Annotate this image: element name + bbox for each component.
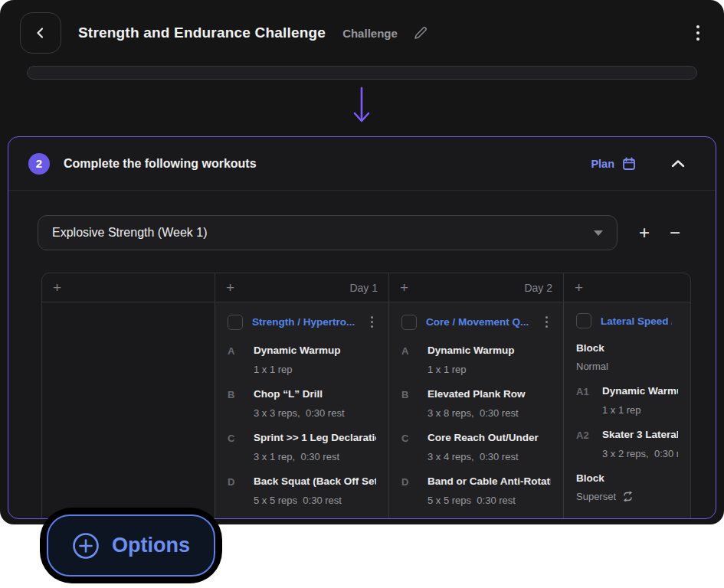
exercise-letter: A1 [576,385,602,397]
workout-title-link[interactable]: Core / Movement Q... [426,316,536,328]
collapse-section-button[interactable] [671,159,685,168]
header-menu-button[interactable] [692,21,704,45]
exercise-row[interactable]: A2 Skater 3 Lateral Ho 3 x 2 reps, 0:30 … [576,429,678,459]
workout-title-link[interactable]: Lateral Speed / Ply [601,315,672,327]
exercise-row[interactable]: B Elevated Plank Row 3 x 8 reps, 0:30 re… [401,388,551,419]
block-label: Block [576,342,678,354]
workout-cell-day3: Lateral Speed / Ply Block Normal A1 Dyna… [563,302,690,519]
week-cell-empty [42,302,215,519]
board-header-row: + + Day 1 + Day 2 + [42,273,690,302]
day-label: Day 2 [524,282,552,294]
exercise-detail: 3 x 8 reps, 0:30 rest [428,407,551,419]
exercise-name: Dynamic Warmup [428,345,551,357]
screenshot-stage: Strength and Endurance Challenge Challen… [0,0,724,588]
exercise-row[interactable]: D Band or Cable Anti-Rotati... 5 x 5 rep… [401,475,551,506]
back-button[interactable] [20,12,61,54]
exercise-letter: A [401,345,428,357]
exercise-letter: A [228,345,254,357]
superset-cycle-icon [622,492,634,501]
pencil-icon [413,25,428,41]
page-title: Strength and Endurance Challenge [78,24,326,41]
board-body-row: Strength / Hypertro... A Dynamic Warmup … [42,302,690,519]
plus-circle-icon [72,532,100,560]
exercise-name: Skater 3 Lateral Ho [602,429,678,441]
workout-menu-button[interactable] [542,313,551,331]
exercise-detail: 1 x 1 rep [254,364,376,375]
exercise-detail: 3 x 3 reps, 0:30 rest [254,407,376,419]
workout-checkbox[interactable] [401,315,417,330]
exercise-name: Sprint >> 1 Leg Declarations [254,432,376,444]
options-button-halo: Options [40,508,222,583]
exercise-name: Dynamic Warmup [602,385,678,397]
exercise-name: Back Squat (Back Off Set) [254,475,376,488]
exercise-letter: C [228,432,254,444]
plan-button[interactable]: Plan [591,157,636,171]
workout-cell-day2: Core / Movement Q... A Dynamic Warmup 1 … [388,302,563,519]
previous-step-card-clipped [27,66,697,80]
exercise-detail: 1 x 1 rep [428,364,551,375]
step-card: 2 Complete the following workouts Plan [8,136,716,519]
block-header: Block Superset [576,472,678,502]
exercise-name: Core Reach Out/Under [428,432,551,444]
add-cell-button[interactable]: + [226,280,234,295]
program-select-value: Explosive Strength (Week 1) [52,226,207,240]
exercise-row[interactable]: B Chop “L” Drill 3 x 3 reps, 0:30 rest [228,388,376,419]
exercise-detail: 1 x 1 rep [602,404,678,416]
options-button[interactable]: Options [47,514,215,577]
exercise-letter: D [401,475,428,488]
remove-program-button[interactable]: − [670,224,680,242]
workout-checkbox[interactable] [576,313,591,328]
exercise-row[interactable]: D Back Squat (Back Off Set) 5 x 5 reps 0… [228,475,376,506]
add-cell-button[interactable]: + [575,280,583,295]
block-mode: Normal [576,361,678,372]
exercise-letter: A2 [576,429,602,441]
board-header-cell-day3: + [563,273,690,302]
exercise-detail: 3 x 1 rep, 0:30 rest [254,451,376,462]
board-header-cell-day2: + Day 2 [388,273,563,302]
edit-title-button[interactable] [413,25,428,41]
options-label: Options [112,534,190,557]
workout-checkbox[interactable] [228,315,243,330]
exercise-detail: 3 x 2 reps, 0:30 re [602,448,678,459]
exercise-detail: 5 x 5 reps 0:30 rest [254,495,376,506]
board-header-cell-day1: + Day 1 [215,273,388,302]
exercise-name: Elevated Plank Row [428,388,551,400]
block-label: Block [576,472,678,484]
add-program-button[interactable]: + [639,224,650,242]
exercise-detail: 5 x 5 reps 0:30 rest [428,495,551,506]
exercise-row[interactable]: A1 Dynamic Warmup 1 x 1 rep [576,385,678,416]
program-selector-row: Explosive Strength (Week 1) + − [38,215,693,250]
block-header: Block Normal [576,342,678,372]
workout-board: + + Day 1 + Day 2 + [41,273,691,519]
exercise-name: Dynamic Warmup [254,345,376,357]
add-cell-button[interactable]: + [400,280,408,295]
add-cell-button[interactable]: + [53,280,61,295]
workout-cell-day1: Strength / Hypertro... A Dynamic Warmup … [215,302,388,519]
chevron-up-icon [671,159,685,168]
workout-menu-button[interactable] [368,313,376,331]
block-mode: Superset [576,491,678,502]
workout-header: Strength / Hypertro... [228,313,376,331]
plan-label: Plan [591,158,614,170]
exercise-row[interactable]: C Sprint >> 1 Leg Declarations 3 x 1 rep… [228,432,376,462]
exercise-letter: B [228,388,254,400]
workout-header: Core / Movement Q... [401,313,551,331]
app-header: Strength and Endurance Challenge Challen… [0,0,724,66]
exercise-letter: D [228,475,254,488]
board-header-cell-week: + [42,273,215,302]
flow-down-arrow [351,86,372,126]
day-label: Day 1 [349,282,378,294]
exercise-row[interactable]: C Core Reach Out/Under 3 x 4 reps, 0:30 … [401,432,551,462]
program-select[interactable]: Explosive Strength (Week 1) [38,215,618,250]
caret-down-icon [594,230,603,236]
workout-header: Lateral Speed / Ply [576,313,678,328]
workout-title-link[interactable]: Strength / Hypertro... [252,316,362,328]
app-window: Strength and Endurance Challenge Challen… [0,0,724,524]
exercise-name: Chop “L” Drill [254,388,376,400]
exercise-row[interactable]: A Dynamic Warmup 1 x 1 rep [401,345,551,375]
calendar-icon [622,157,636,171]
step-title: Complete the following workouts [64,157,257,171]
exercise-detail: 3 x 4 reps, 0:30 rest [428,451,551,462]
exercise-row[interactable]: A Dynamic Warmup 1 x 1 rep [228,345,376,375]
exercise-letter: B [401,388,428,400]
